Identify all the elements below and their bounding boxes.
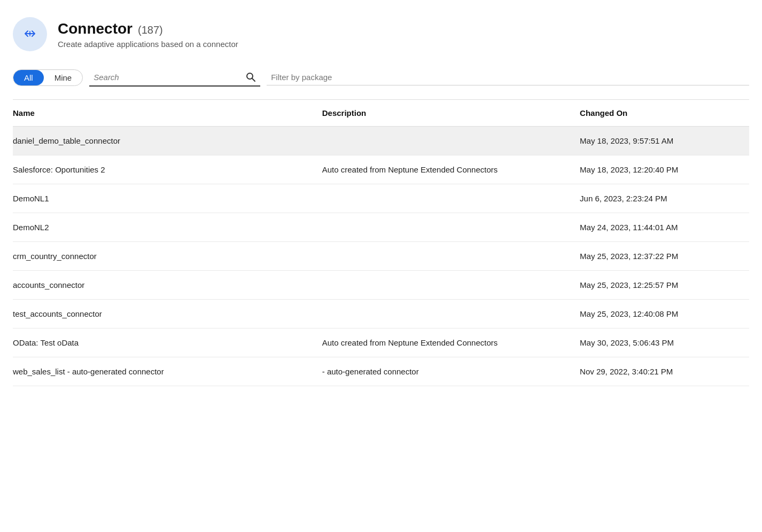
row-description <box>322 271 580 300</box>
filter-by-package-input[interactable] <box>267 69 749 85</box>
row-name: OData: Test oData <box>13 328 322 357</box>
row-name: crm_country_connector <box>13 242 322 271</box>
header-text: Connector (187) Create adaptive applicat… <box>58 20 238 49</box>
row-changed-on: May 25, 2023, 12:25:57 PM <box>580 271 749 300</box>
table-row[interactable]: accounts_connectorMay 25, 2023, 12:25:57… <box>13 271 749 300</box>
toolbar: All Mine <box>13 68 749 87</box>
search-container <box>89 68 260 87</box>
row-changed-on: May 18, 2023, 9:57:51 AM <box>580 127 749 155</box>
row-name: DemoNL1 <box>13 184 322 213</box>
row-name: daniel_demo_table_connector <box>13 127 322 155</box>
table-row[interactable]: test_accounts_connectorMay 25, 2023, 12:… <box>13 300 749 328</box>
row-name: Salesforce: Oportunities 2 <box>13 155 322 184</box>
row-description <box>322 127 580 155</box>
search-icon <box>245 72 256 82</box>
table-header: Name Description Changed On <box>13 100 749 127</box>
item-count: (187) <box>138 24 163 36</box>
svg-line-6 <box>252 79 255 81</box>
tab-all[interactable]: All <box>13 70 44 85</box>
row-description <box>322 242 580 271</box>
row-changed-on: May 24, 2023, 11:44:01 AM <box>580 213 749 242</box>
row-name: web_sales_list - auto-generated connecto… <box>13 357 322 386</box>
table-row[interactable]: DemoNL2May 24, 2023, 11:44:01 AM <box>13 213 749 242</box>
row-description: - auto-generated connector <box>322 357 580 386</box>
table-row[interactable]: DemoNL1Jun 6, 2023, 2:23:24 PM <box>13 184 749 213</box>
row-name: test_accounts_connector <box>13 300 322 328</box>
col-header-desc: Description <box>322 100 580 127</box>
row-description: Auto created from Neptune Extended Conne… <box>322 155 580 184</box>
row-changed-on: May 18, 2023, 12:20:40 PM <box>580 155 749 184</box>
table-row[interactable]: web_sales_list - auto-generated connecto… <box>13 357 749 386</box>
row-changed-on: Nov 29, 2022, 3:40:21 PM <box>580 357 749 386</box>
row-changed-on: May 25, 2023, 12:40:08 PM <box>580 300 749 328</box>
row-name: accounts_connector <box>13 271 322 300</box>
row-changed-on: May 30, 2023, 5:06:43 PM <box>580 328 749 357</box>
table-row[interactable]: OData: Test oDataAuto created from Neptu… <box>13 328 749 357</box>
connectors-table: Name Description Changed On daniel_demo_… <box>13 100 749 386</box>
row-changed-on: May 25, 2023, 12:37:22 PM <box>580 242 749 271</box>
col-header-name: Name <box>13 100 322 127</box>
table-row[interactable]: Salesforce: Oportunities 2Auto created f… <box>13 155 749 184</box>
row-description <box>322 184 580 213</box>
page-title: Connector <box>58 20 133 37</box>
table-row[interactable]: daniel_demo_table_connectorMay 18, 2023,… <box>13 127 749 155</box>
table-row[interactable]: crm_country_connectorMay 25, 2023, 12:37… <box>13 242 749 271</box>
row-description <box>322 300 580 328</box>
page-header: Connector (187) Create adaptive applicat… <box>13 17 749 51</box>
row-changed-on: Jun 6, 2023, 2:23:24 PM <box>580 184 749 213</box>
row-description <box>322 213 580 242</box>
tab-group: All Mine <box>13 69 83 86</box>
svg-point-2 <box>29 33 31 35</box>
search-input[interactable] <box>94 73 241 82</box>
connector-icon <box>21 26 38 43</box>
tab-mine[interactable]: Mine <box>44 70 83 85</box>
page-subtitle: Create adaptive applications based on a … <box>58 40 238 49</box>
row-description: Auto created from Neptune Extended Conne… <box>322 328 580 357</box>
header-icon-wrapper <box>13 17 47 51</box>
search-button[interactable] <box>245 72 256 82</box>
row-name: DemoNL2 <box>13 213 322 242</box>
col-header-changed: Changed On <box>580 100 749 127</box>
